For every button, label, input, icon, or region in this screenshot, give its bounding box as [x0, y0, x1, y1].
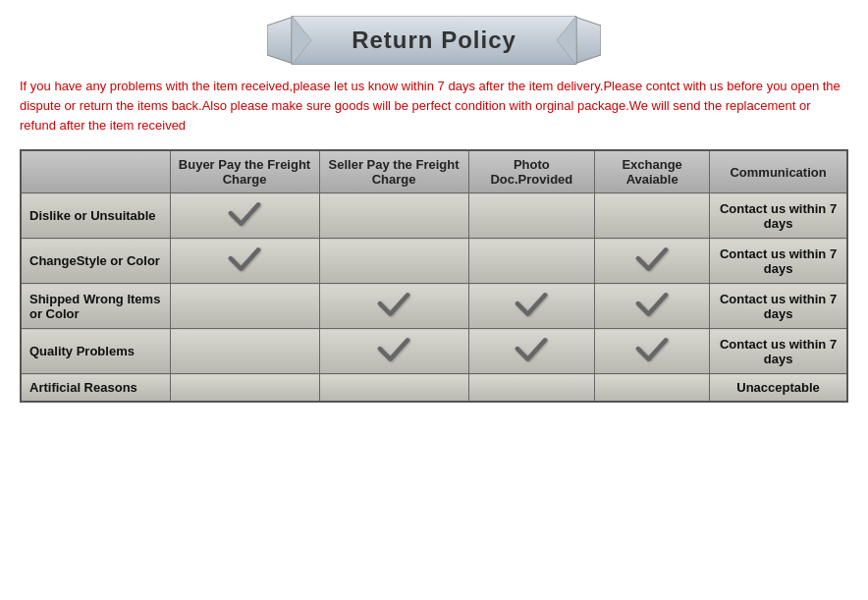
row-label-0: Dislike or Unsuitable [21, 193, 170, 239]
table-header-row: Buyer Pay the Freight Charge Seller Pay … [21, 150, 847, 193]
table-row: ChangeStyle or Color Contact us within 7… [21, 239, 847, 284]
cell-buyer-pay-row-4 [170, 374, 319, 403]
banner-section: Return Policy [20, 16, 848, 65]
checkmark-icon [227, 199, 262, 229]
checkmark-icon [514, 290, 549, 319]
col-header-seller-pay: Seller Pay the Freight Charge [319, 150, 468, 193]
cell-exchange-row-1 [595, 239, 710, 284]
cell-seller-pay-row-1 [319, 239, 468, 284]
cell-seller-pay-row-3 [319, 329, 468, 374]
row-label-4: Artificial Reasons [21, 374, 170, 403]
row-label-1: ChangeStyle or Color [21, 239, 170, 284]
col-header-buyer-pay: Buyer Pay the Freight Charge [170, 150, 319, 193]
return-policy-table: Buyer Pay the Freight Charge Seller Pay … [20, 149, 848, 403]
checkmark-icon [634, 290, 670, 319]
cell-seller-pay-row-2 [319, 284, 468, 329]
cell-communication-row-1: Contact us within 7 days [710, 239, 847, 284]
table-row: Shipped Wrong Items or Color Contact us … [21, 284, 847, 329]
return-policy-banner: Return Policy [267, 16, 601, 65]
cell-exchange-row-3 [595, 329, 710, 374]
cell-buyer-pay-row-3 [170, 329, 319, 374]
cell-communication-row-4: Unacceptable [710, 374, 847, 403]
cell-communication-row-2: Contact us within 7 days [710, 284, 847, 329]
cell-photo-row-0 [468, 193, 595, 239]
checkmark-icon [634, 245, 670, 274]
table-row: Artificial ReasonsUnacceptable [21, 374, 847, 403]
row-label-3: Quality Problems [21, 329, 170, 374]
cell-communication-row-0: Contact us within 7 days [710, 193, 847, 239]
cell-seller-pay-row-4 [319, 374, 468, 403]
policy-description: If you have any problems with the item r… [20, 77, 848, 136]
table-row: Dislike or Unsuitable Contact us within … [21, 193, 847, 239]
checkmark-icon [634, 335, 670, 364]
checkmark-icon [376, 335, 411, 364]
cell-photo-row-1 [468, 239, 595, 284]
cell-photo-row-3 [468, 329, 595, 374]
checkmark-icon [514, 335, 549, 364]
cell-buyer-pay-row-1 [170, 239, 319, 284]
cell-seller-pay-row-0 [319, 193, 468, 239]
checkmark-icon [227, 245, 262, 274]
checkmark-icon [376, 290, 411, 319]
banner-title: Return Policy [352, 27, 516, 54]
col-header-empty [21, 150, 170, 193]
col-header-communication: Communication [710, 150, 847, 193]
col-header-photo: Photo Doc.Provided [468, 150, 595, 193]
row-label-2: Shipped Wrong Items or Color [21, 284, 170, 329]
table-row: Quality Problems Contact us within 7 day… [21, 329, 847, 374]
cell-buyer-pay-row-0 [170, 193, 319, 239]
cell-photo-row-4 [468, 374, 595, 403]
cell-exchange-row-2 [595, 284, 710, 329]
col-header-exchange: Exchange Avaiable [595, 150, 710, 193]
cell-photo-row-2 [468, 284, 595, 329]
cell-exchange-row-4 [595, 374, 710, 403]
cell-buyer-pay-row-2 [170, 284, 319, 329]
cell-exchange-row-0 [595, 193, 710, 239]
cell-communication-row-3: Contact us within 7 days [710, 329, 847, 374]
